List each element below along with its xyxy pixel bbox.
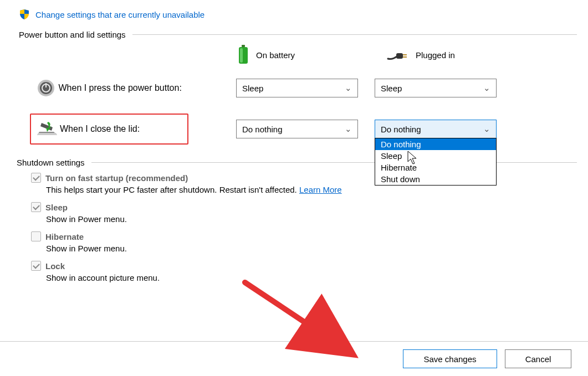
close-lid-battery-select[interactable]: Do nothing ⌄ (236, 120, 358, 138)
chevron-down-icon: ⌄ (483, 124, 490, 134)
learn-more-link[interactable]: Learn More (299, 185, 342, 194)
uac-link-text[interactable]: Change settings that are currently unava… (35, 10, 204, 19)
chevron-down-icon: ⌄ (345, 124, 352, 134)
dropdown-option-sleep[interactable]: Sleep (375, 150, 496, 162)
battery-icon (237, 45, 249, 65)
dropdown-option-hibernate[interactable]: Hibernate (375, 162, 496, 173)
svg-rect-2 (240, 48, 243, 63)
chevron-down-icon: ⌄ (483, 83, 490, 93)
uac-change-link[interactable]: Change settings that are currently unava… (19, 9, 577, 20)
dropdown-option-do-nothing[interactable]: Do nothing (375, 138, 496, 150)
save-changes-button[interactable]: Save changes (403, 349, 497, 368)
column-headers: On battery Plugged in (237, 45, 577, 65)
footer: Save changes Cancel (0, 341, 588, 376)
shutdown-lock: Lock Show in account picture menu. (31, 261, 577, 282)
section-power-button-and-lid: Power button and lid settings (19, 30, 577, 39)
svg-rect-9 (45, 83, 47, 87)
sleep-checkbox[interactable] (31, 202, 41, 212)
row-power-button: When I press the power button: Sleep ⌄ S… (27, 73, 577, 104)
close-lid-label: When I close the lid: (60, 124, 140, 134)
shutdown-sleep: Sleep Show in Power menu. (31, 202, 577, 224)
power-button-plugged-select[interactable]: Sleep ⌄ (375, 79, 497, 97)
row-close-lid: When I close the lid: Do nothing ⌄ Do no… (27, 114, 577, 145)
hibernate-checkbox[interactable] (31, 231, 41, 241)
power-button-label: When I press the power button: (58, 83, 229, 93)
svg-rect-5 (403, 56, 407, 58)
dropdown-option-shut-down[interactable]: Shut down (375, 173, 496, 185)
power-button-battery-select[interactable]: Sleep ⌄ (236, 79, 358, 97)
svg-line-10 (245, 282, 345, 349)
close-lid-plugged-select[interactable]: Do nothing ⌄ (375, 120, 497, 138)
svg-rect-0 (242, 45, 245, 47)
svg-rect-4 (403, 54, 407, 55)
shield-icon (19, 9, 30, 20)
fast-startup-checkbox[interactable] (31, 173, 41, 183)
close-lid-plugged-dropdown: Do nothing Sleep Hibernate Shut down (375, 138, 497, 186)
power-icon (37, 79, 55, 97)
shutdown-hibernate: Hibernate Show in Power menu. (31, 231, 577, 253)
close-lid-highlight: When I close the lid: (30, 114, 188, 145)
laptop-lid-icon (36, 121, 58, 137)
cancel-button[interactable]: Cancel (505, 349, 571, 368)
col-plugged-in: Plugged in (387, 49, 509, 61)
chevron-down-icon: ⌄ (345, 83, 352, 93)
plug-icon (387, 49, 409, 61)
lock-checkbox[interactable] (31, 261, 41, 271)
col-on-battery: On battery (237, 45, 359, 65)
svg-rect-3 (396, 53, 403, 59)
